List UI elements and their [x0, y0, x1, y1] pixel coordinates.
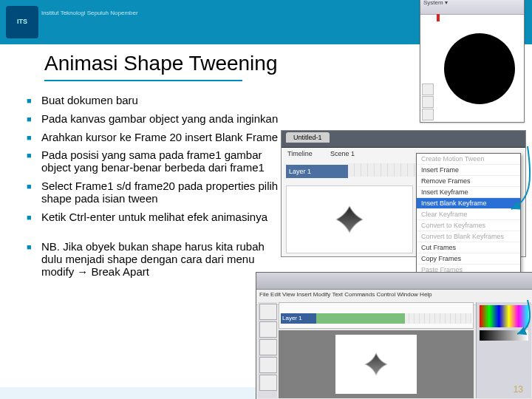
swatches-panel: [480, 305, 528, 327]
panelA-toolstrip: [422, 83, 432, 120]
menu-item[interactable]: Insert Frame: [417, 165, 520, 176]
tools-panel: [258, 302, 277, 398]
black-circle-shape: [444, 33, 515, 104]
tool-icon: [422, 83, 434, 95]
timeline-panel: Layer 1: [279, 302, 474, 329]
menu-item[interactable]: Insert Keyframe: [417, 187, 520, 198]
bullet-6: Ketik Ctrl-enter untuk melihat efek anim…: [27, 211, 285, 224]
menu-item[interactable]: Copy Frames: [417, 253, 520, 265]
playhead-icon: [437, 14, 440, 21]
shape-tween-span: [316, 313, 405, 324]
bullet-4: Pada posisi yang sama pada frame1 gambar…: [27, 149, 285, 174]
document-tab: Untitled-1: [286, 132, 330, 143]
screenshot-flash-window: File Edit View Insert Modify Text Comman…: [256, 272, 532, 399]
page-number: 13: [514, 384, 523, 395]
stage-area: [279, 330, 474, 398]
layer-name: Layer 1: [286, 165, 348, 178]
gradient-panel: [480, 330, 528, 341]
tool-icon: [259, 375, 277, 391]
bullet-list: Buat dokumen baru Pada kanvas gambar obj…: [27, 95, 285, 284]
panelB-canvas: [286, 185, 413, 253]
panelA-header: System ▾: [420, 0, 524, 15]
screenshot-canvas-circle: System ▾: [420, 0, 525, 123]
bullet-5: Select Frame1 s/d frame20 pada propertie…: [27, 180, 285, 205]
menu-item[interactable]: Convert to Blank Keyframes: [417, 231, 520, 242]
tool-icon: [259, 321, 277, 338]
menu-item[interactable]: Insert Blank Keyframe: [417, 198, 520, 209]
title-underline: [44, 80, 242, 81]
concave-x-shape: [324, 194, 375, 245]
institution-text: Institut Teknologi Sepuluh Nopember: [41, 10, 138, 17]
bullet-3: Arahkan kursor ke Frame 20 insert Blank …: [27, 132, 285, 144]
timeline-label: Timeline: [287, 150, 313, 157]
menu-item[interactable]: Clear Keyframe: [417, 209, 520, 220]
bullet-2: Pada kanvas gambar object yang anda ingi…: [27, 113, 285, 126]
window-titlebar: [256, 273, 532, 290]
slide: ITS Institut Teknologi Sepuluh Nopember …: [0, 0, 532, 399]
menu-item[interactable]: Create Motion Tween: [417, 154, 520, 165]
bullet-1: Buat dokumen baru: [27, 95, 285, 107]
canvas-sheet: [335, 335, 417, 394]
tool-icon: [422, 109, 434, 120]
its-logo: ITS: [6, 6, 38, 38]
tool-icon: [422, 96, 434, 108]
tool-icon: [259, 357, 277, 373]
layer-name: Layer 1: [281, 313, 316, 324]
tool-icon: [259, 304, 277, 320]
tool-icon: [259, 339, 277, 355]
menu-item[interactable]: Cut Frames: [417, 242, 520, 253]
page-title: Animasi Shape Tweening: [44, 52, 277, 75]
menu-item[interactable]: Convert to Keyframes: [417, 220, 520, 231]
logo-text: ITS: [17, 18, 27, 26]
menu-item[interactable]: Remove Frames: [417, 176, 520, 187]
bullet-note: NB. Jika obyek bukan shape harus kita ru…: [27, 241, 285, 278]
concave-x-shape-small: [358, 346, 395, 383]
scene-label: Scene 1: [330, 150, 355, 157]
screenshot-timeline-menu: Untitled-1 Timeline Scene 1 Layer 1 Crea…: [281, 130, 526, 257]
